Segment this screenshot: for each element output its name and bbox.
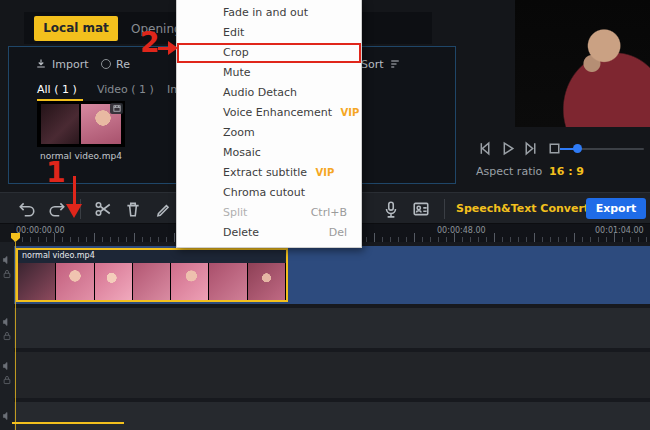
microphone-icon (382, 200, 400, 218)
import-button[interactable]: Import (35, 56, 89, 72)
lock-icon[interactable] (2, 264, 12, 274)
annotation-arrow-1-head (66, 204, 82, 218)
clip-frame (209, 263, 247, 300)
clip-filmstrip (18, 263, 286, 300)
video-type-badge (110, 103, 123, 114)
menu-item-voice-enhancement[interactable]: Voice Enhancement VIP (177, 103, 361, 123)
import-label: Import (52, 58, 89, 71)
clip-frame (56, 263, 94, 300)
ruler-timestamp: 00:00:48.00 (437, 226, 486, 235)
menu-item-chroma-cutout[interactable]: Chroma cutout (177, 183, 361, 203)
undo-icon (18, 200, 36, 218)
radio-icon (101, 59, 111, 69)
edit-button[interactable] (154, 200, 172, 218)
context-menu: Fade in and out Edit Crop Mute Audio Det… (176, 0, 362, 248)
menu-item-audio-detach[interactable]: Audio Detach (177, 83, 361, 103)
ruler-timestamp: 00:00:00.00 (16, 226, 65, 235)
next-frame-icon (522, 140, 539, 157)
preview-video (515, 0, 650, 127)
menu-item-delete[interactable]: Delete Del (177, 223, 361, 243)
vip-badge: VIP (340, 107, 359, 118)
menu-item-extract-subtitle[interactable]: Extract subtitle VIP (177, 163, 361, 183)
scissors-icon (94, 200, 112, 218)
undo-button[interactable] (18, 200, 36, 218)
sort-button[interactable]: Sort (361, 56, 401, 72)
subtitle-button[interactable] (412, 200, 430, 218)
aspect-ratio-label: Aspect ratio (476, 165, 542, 178)
timeline-scroll-indicator[interactable] (12, 422, 124, 424)
tab-video[interactable]: Video ( 1 ) (97, 83, 154, 96)
clip-frame (133, 263, 171, 300)
redo-icon (48, 200, 66, 218)
import-icon (35, 58, 47, 70)
annotation-step-2: 2 (140, 26, 159, 59)
previous-frame-icon (476, 140, 493, 157)
lock-icon[interactable] (2, 370, 12, 380)
clip-frame (18, 263, 56, 300)
menu-item-crop[interactable]: Crop (177, 43, 361, 63)
media-item-thumbnail[interactable] (37, 101, 125, 147)
timeline-track-4 (14, 402, 650, 430)
annotation-arrow-2-head (168, 41, 178, 55)
next-frame-button[interactable] (522, 140, 539, 157)
split-button[interactable] (94, 200, 112, 218)
trash-icon (124, 200, 142, 218)
annotation-step-1: 1 (46, 156, 65, 189)
menu-item-mute[interactable]: Mute (177, 63, 361, 83)
volume-icon[interactable] (2, 312, 12, 322)
tab-local-material[interactable]: Local mat (34, 16, 118, 41)
lock-icon[interactable] (2, 326, 12, 336)
playhead-line (15, 242, 16, 430)
menu-item-mosaic[interactable]: Mosaic (177, 143, 361, 163)
sort-icon (389, 58, 401, 70)
menu-item-split: Split Ctrl+B (177, 203, 361, 223)
subtitle-card-icon (412, 200, 430, 218)
sort-label: Sort (361, 58, 384, 71)
menu-shortcut: Ctrl+B (311, 203, 347, 223)
volume-icon[interactable] (2, 250, 12, 260)
clip-frame (171, 263, 209, 300)
menu-item-edit[interactable]: Edit (177, 23, 361, 43)
redo-button[interactable] (48, 200, 66, 218)
export-button[interactable]: Export (586, 198, 646, 219)
menu-item-fade-in-and-out[interactable]: Fade in and out (177, 3, 361, 23)
voiceover-button[interactable] (382, 200, 400, 218)
delete-button[interactable] (124, 200, 142, 218)
record-radio[interactable]: Re (101, 56, 130, 72)
menu-shortcut: Del (329, 223, 347, 243)
track-header-gutter (0, 242, 14, 430)
aspect-ratio-value[interactable]: 16 : 9 (549, 165, 584, 178)
timeline-track-2 (14, 308, 650, 348)
vip-badge: VIP (316, 167, 335, 178)
volume-icon[interactable] (2, 356, 12, 366)
toolbar-divider (444, 199, 445, 219)
video-clip[interactable]: normal video.mp4 (16, 248, 288, 302)
record-label: Re (116, 58, 130, 71)
volume-icon[interactable] (2, 406, 12, 416)
tab-all[interactable]: All ( 1 ) (37, 83, 77, 96)
menu-item-zoom[interactable]: Zoom (177, 123, 361, 143)
previous-frame-button[interactable] (476, 140, 493, 157)
clip-frame (248, 263, 286, 300)
annotation-arrow-1 (73, 176, 76, 206)
speech-text-converter-button[interactable]: Speech&Text Converter (456, 202, 602, 215)
thumbnail-frame-left (41, 104, 79, 144)
play-button[interactable] (499, 140, 516, 157)
timeline-track-3 (14, 352, 650, 398)
pen-icon (154, 200, 172, 218)
ruler-timestamp: 00:01:04.00 (595, 226, 644, 235)
play-icon (499, 140, 516, 157)
film-icon (113, 105, 121, 112)
clip-label: normal video.mp4 (18, 250, 286, 263)
volume-slider-handle[interactable] (573, 144, 582, 153)
clip-frame (95, 263, 133, 300)
